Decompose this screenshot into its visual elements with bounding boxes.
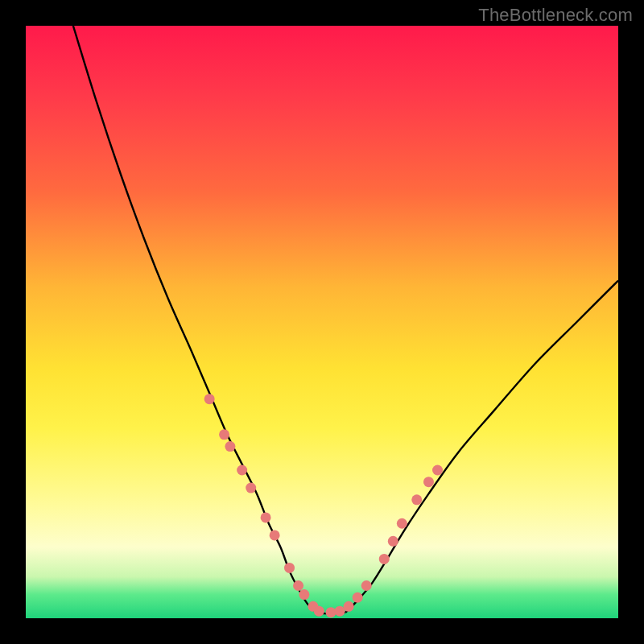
data-point [353, 592, 363, 603]
data-point [388, 536, 398, 547]
dot-group [204, 394, 443, 617]
data-point [411, 494, 422, 505]
data-point [261, 512, 271, 522]
chart-svg [26, 26, 618, 618]
curve-left-curve [73, 26, 316, 613]
data-point [379, 554, 390, 564]
plot-area [26, 26, 618, 618]
data-point [326, 607, 336, 617]
data-point [246, 483, 256, 493]
data-point [397, 518, 407, 529]
data-point [204, 394, 215, 404]
data-point [432, 465, 443, 476]
chart-frame: TheBottleneck.com [0, 0, 644, 644]
curve-group [73, 26, 618, 613]
data-point [344, 601, 354, 612]
data-point [335, 606, 345, 617]
data-point [293, 580, 303, 591]
data-point [270, 530, 280, 540]
data-point [314, 606, 324, 617]
data-point [219, 429, 229, 440]
data-point [299, 589, 309, 600]
data-point [423, 477, 434, 487]
data-point [361, 580, 372, 591]
data-point [284, 563, 295, 573]
watermark-text: TheBottleneck.com [478, 5, 633, 26]
data-point [225, 441, 235, 452]
data-point [237, 465, 247, 476]
